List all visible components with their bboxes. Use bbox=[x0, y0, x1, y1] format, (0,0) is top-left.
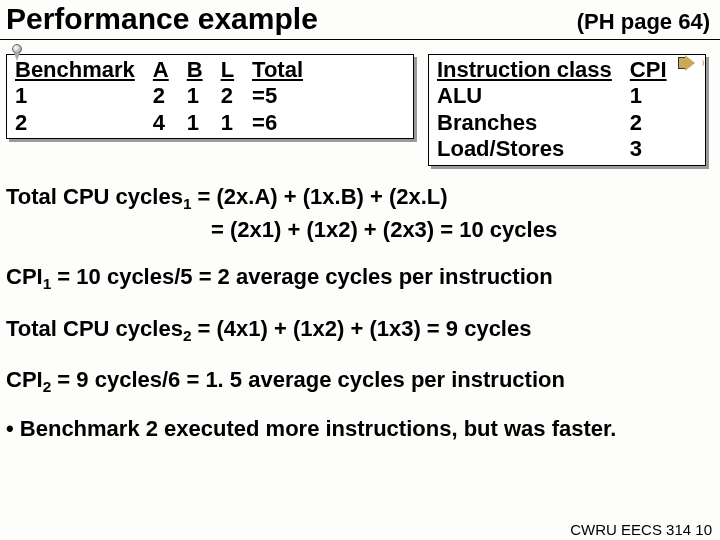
cell: 1 bbox=[187, 110, 221, 136]
col-header: Instruction class bbox=[437, 57, 630, 83]
col-header: Total bbox=[252, 57, 321, 83]
col-header: B bbox=[187, 57, 221, 83]
instruction-table: Instruction class CPI ALU 1 Branches 2 L… bbox=[428, 54, 706, 166]
col-header: L bbox=[221, 57, 252, 83]
cell: 2 bbox=[153, 83, 187, 109]
col-header: A bbox=[153, 57, 187, 83]
cell: 3 bbox=[630, 136, 685, 162]
benchmark-table: Benchmark A B L Total 1 2 1 2 =5 2 4 1 1… bbox=[6, 54, 414, 139]
cell: 4 bbox=[153, 110, 187, 136]
cell: 2 bbox=[15, 110, 153, 136]
cell: Load/Stores bbox=[437, 136, 630, 162]
cell: ALU bbox=[437, 83, 630, 109]
page-ref: (PH page 64) bbox=[577, 9, 710, 35]
calc-line-4: CPI2 = 9 cycles/6 = 1. 5 average cycles … bbox=[6, 365, 710, 398]
col-header: Benchmark bbox=[15, 57, 153, 83]
table-row: Load/Stores 3 bbox=[437, 136, 685, 162]
calc-line-3: Total CPU cycles2 = (4x1) + (1x2) + (1x3… bbox=[6, 314, 710, 347]
cell: 1 bbox=[187, 83, 221, 109]
cell: 1 bbox=[630, 83, 685, 109]
pushpin-icon bbox=[10, 44, 24, 64]
bullet-conclusion: • Benchmark 2 executed more instructions… bbox=[0, 416, 720, 442]
cell: =5 bbox=[252, 83, 321, 109]
table-row: ALU 1 bbox=[437, 83, 685, 109]
footer: CWRU EECS 314 10 bbox=[570, 521, 712, 538]
table-row: 2 4 1 1 =6 bbox=[15, 110, 321, 136]
cell: 2 bbox=[630, 110, 685, 136]
cell: 1 bbox=[15, 83, 153, 109]
calc-line-2: CPI1 = 10 cycles/5 = 2 average cycles pe… bbox=[6, 262, 710, 295]
table-row: Benchmark A B L Total bbox=[15, 57, 321, 83]
table-row: 1 2 1 2 =5 bbox=[15, 83, 321, 109]
table-row: Instruction class CPI bbox=[437, 57, 685, 83]
slide-title: Performance example bbox=[6, 2, 318, 36]
cell: 2 bbox=[221, 83, 252, 109]
speaker-icon[interactable] bbox=[678, 55, 704, 71]
calc-line-1: Total CPU cycles1 = (2x.A) + (1x.B) + (2… bbox=[6, 182, 710, 245]
table-row: Branches 2 bbox=[437, 110, 685, 136]
cell: 1 bbox=[221, 110, 252, 136]
col-header: CPI bbox=[630, 57, 685, 83]
cell: Branches bbox=[437, 110, 630, 136]
cell: =6 bbox=[252, 110, 321, 136]
